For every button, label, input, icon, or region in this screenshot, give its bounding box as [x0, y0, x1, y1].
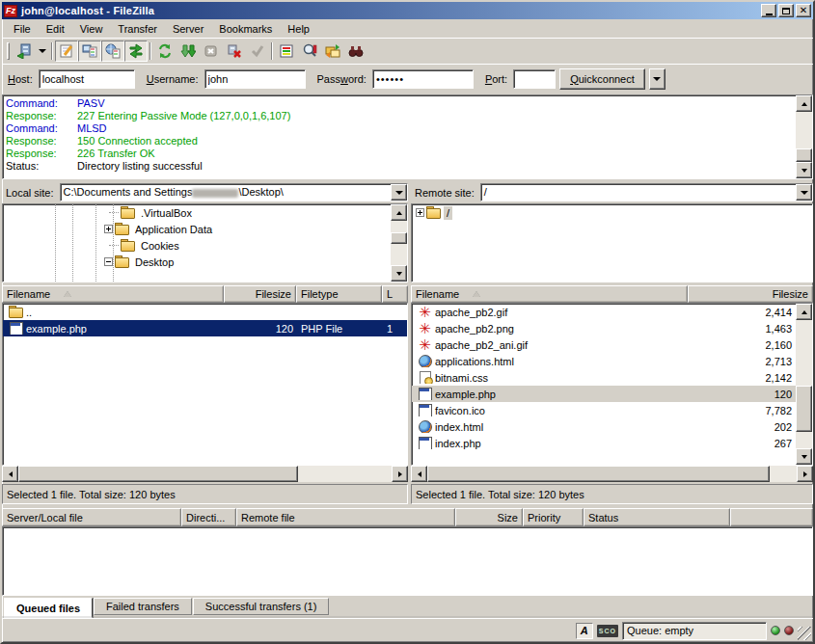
column-header-filesize[interactable]: Filesize	[688, 285, 813, 303]
password-input[interactable]	[372, 69, 474, 89]
tree-item-root[interactable]: /	[412, 204, 812, 221]
file-row-example-php[interactable]: example.php 120 PHP File 1	[3, 320, 407, 336]
column-header-direction[interactable]: Directi...	[181, 508, 236, 526]
tab-queued-files[interactable]: Queued files	[4, 598, 93, 618]
tree-item-cookies[interactable]: Cookies	[3, 237, 391, 254]
message-log-scrollbar[interactable]	[796, 95, 812, 178]
toggle-remote-tree-button[interactable]	[101, 40, 124, 62]
scroll-right-button[interactable]	[392, 466, 408, 482]
local-site-dropdown[interactable]	[391, 184, 407, 201]
file-row[interactable]: applications.html 2,713	[412, 353, 796, 369]
file-row[interactable]: favicon.ico 7,782	[412, 402, 796, 418]
close-button[interactable]: ✕	[796, 4, 811, 17]
disconnect-button[interactable]	[223, 40, 246, 62]
expand-icon[interactable]	[104, 225, 113, 233]
remote-site-dropdown[interactable]	[796, 184, 812, 201]
scroll-up-button[interactable]	[796, 304, 812, 320]
file-row-parent[interactable]: ..	[3, 304, 407, 320]
column-header-size[interactable]: Size	[455, 508, 523, 526]
tab-failed-transfers[interactable]: Failed transfers	[94, 598, 192, 615]
menu-server[interactable]: Server	[165, 20, 211, 38]
directory-comparison-button[interactable]	[298, 40, 321, 62]
column-header-lastmodified[interactable]: L	[382, 285, 408, 303]
menu-edit[interactable]: Edit	[39, 20, 72, 38]
tree-item-application-data[interactable]: Application Data	[3, 221, 391, 237]
menu-view[interactable]: View	[72, 20, 111, 38]
column-header-filetype[interactable]: Filetype	[296, 285, 382, 303]
scroll-left-button[interactable]	[2, 466, 18, 482]
toggle-message-log-button[interactable]	[55, 40, 78, 62]
toolbar-grip[interactable]	[7, 42, 10, 60]
host-input[interactable]	[39, 69, 135, 89]
synchronized-browsing-button[interactable]	[321, 40, 344, 62]
scroll-down-button[interactable]	[391, 265, 407, 282]
column-header-filename[interactable]: Filename	[411, 285, 688, 303]
remote-directory-tree[interactable]: /	[412, 204, 812, 282]
menu-file[interactable]: File	[6, 20, 39, 38]
scrollbar-thumb[interactable]	[796, 148, 812, 162]
quickconnect-dropdown[interactable]	[649, 68, 666, 90]
filter-button[interactable]	[275, 40, 298, 62]
maximize-button[interactable]	[778, 4, 794, 17]
scroll-down-button[interactable]	[796, 448, 812, 465]
message-log[interactable]: Command:PASV Response:227 Entering Passi…	[3, 95, 796, 178]
collapse-icon[interactable]	[104, 257, 113, 266]
remote-list-hscrollbar[interactable]	[411, 466, 813, 482]
tree-item-desktop[interactable]: Desktop	[3, 254, 391, 270]
scrollbar-thumb[interactable]	[796, 386, 812, 432]
expand-icon[interactable]	[416, 208, 424, 217]
search-files-button[interactable]	[344, 40, 367, 62]
username-input[interactable]	[204, 69, 306, 89]
file-row[interactable]: index.html 202	[412, 418, 796, 435]
scroll-right-button[interactable]	[797, 466, 813, 482]
column-header-filesize[interactable]: Filesize	[224, 285, 296, 303]
local-file-list[interactable]: .. example.php 120 PHP File 1	[3, 304, 407, 465]
column-header-server-local-file[interactable]: Server/Local file	[2, 508, 181, 526]
resize-grip[interactable]	[798, 627, 811, 640]
file-row[interactable]: apache_pb2.png 1,463	[412, 320, 796, 336]
scrollbar-thumb[interactable]	[391, 232, 407, 244]
file-row[interactable]: bitnami.css 2,142	[412, 369, 796, 386]
scroll-up-button[interactable]	[391, 204, 407, 221]
reconnect-button[interactable]	[246, 40, 269, 62]
file-row[interactable]: index.php 267	[412, 435, 796, 451]
column-header-priority[interactable]: Priority	[523, 508, 584, 526]
minimize-button[interactable]	[761, 4, 776, 17]
column-header-status[interactable]: Status	[584, 508, 730, 526]
maximize-icon	[782, 8, 790, 14]
scrollbar-thumb[interactable]	[427, 466, 770, 482]
cancel-operation-button[interactable]	[200, 40, 223, 62]
tab-successful-transfers[interactable]: Successful transfers (1)	[193, 598, 330, 615]
menu-transfer[interactable]: Transfer	[110, 20, 165, 38]
filename: index.html	[435, 421, 483, 433]
remote-file-list[interactable]: apache_pb2.gif 2,414 apache_pb2.png 1,46…	[412, 304, 796, 465]
ascii-datatype-indicator-icon[interactable]: A	[576, 623, 593, 639]
column-header-filename[interactable]: Filename	[2, 285, 224, 303]
local-site-combobox[interactable]: C:\Documents and Settings\Desktop\	[60, 183, 408, 201]
scrollbar-thumb[interactable]	[18, 466, 298, 482]
local-tree-scrollbar[interactable]	[391, 204, 407, 282]
local-list-hscrollbar[interactable]	[2, 466, 408, 482]
menu-help[interactable]: Help	[280, 20, 317, 38]
scroll-left-button[interactable]	[411, 466, 427, 482]
port-input[interactable]	[513, 69, 556, 89]
file-row[interactable]: apache_pb2_ani.gif 2,160	[412, 336, 796, 353]
tree-item-virtualbox[interactable]: .VirtualBox	[3, 204, 391, 221]
transfer-queue-list[interactable]	[2, 526, 813, 596]
file-row-selected[interactable]: example.php 120	[412, 386, 796, 402]
quickconnect-button[interactable]: Quickconnect	[559, 68, 645, 90]
scroll-up-button[interactable]	[796, 95, 812, 112]
column-header-remote-file[interactable]: Remote file	[236, 508, 455, 526]
scroll-down-button[interactable]	[796, 162, 812, 178]
refresh-button[interactable]	[153, 40, 177, 62]
remote-site-combobox[interactable]: /	[480, 183, 813, 201]
menu-bookmarks[interactable]: Bookmarks	[211, 20, 280, 38]
site-manager-button[interactable]	[13, 40, 36, 62]
site-manager-dropdown[interactable]	[36, 40, 49, 62]
toggle-transfer-queue-button[interactable]	[124, 40, 148, 62]
remote-list-scrollbar[interactable]	[796, 304, 812, 465]
local-directory-tree[interactable]: .VirtualBox Application Data Cookies	[3, 204, 391, 282]
file-row[interactable]: apache_pb2.gif 2,414	[412, 304, 796, 320]
process-queue-button[interactable]	[177, 40, 200, 62]
toggle-local-tree-button[interactable]	[78, 40, 101, 62]
